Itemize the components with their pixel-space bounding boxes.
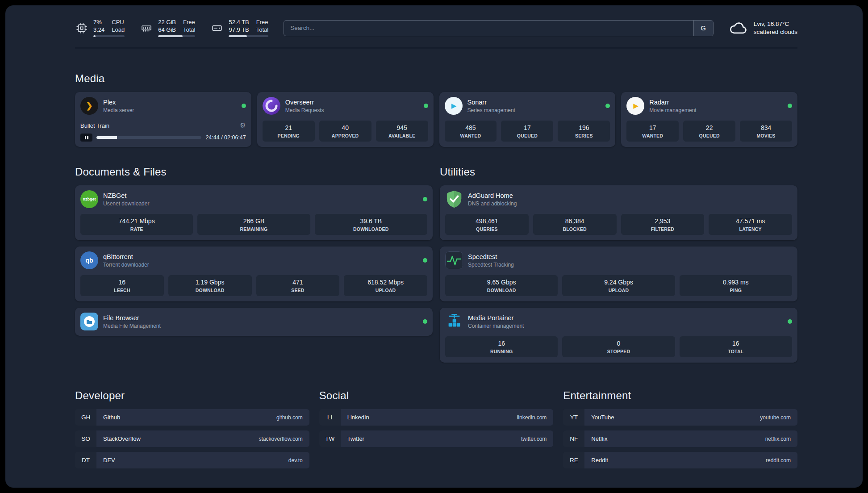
ram-total-label: Total <box>183 26 195 33</box>
status-dot <box>788 319 792 324</box>
bookmark-dev[interactable]: DT DEV dev.to <box>75 452 309 468</box>
bookmark-name: Reddit <box>591 457 608 464</box>
stat-value: 39.6 TB <box>317 217 426 225</box>
stat-box: 9.65 Gbps DOWNLOAD <box>445 275 558 296</box>
section-title-entertainment: Entertainment <box>563 389 797 402</box>
filebrowser-app-link[interactable]: File Browser Media File Management <box>80 313 427 330</box>
section-title-documents: Documents & Files <box>75 166 433 178</box>
nzbget-app-link[interactable]: nzbget NZBGet Usenet downloader <box>80 190 427 208</box>
bookmark-url: reddit.com <box>766 457 791 464</box>
stat-box: 86,384 BLOCKED <box>533 214 617 235</box>
ram-widget: 22 GiB Free 64 GiB Total <box>140 19 195 37</box>
app-card-radarr: ▶ Radarr Movie management 17 WANTED 22 <box>621 92 797 147</box>
stat-label: STOPPED <box>564 349 673 354</box>
stat-box: 196 SERIES <box>558 121 610 142</box>
bookmark-abbr: YT <box>563 409 584 426</box>
bookmark-reddit[interactable]: RE Reddit reddit.com <box>563 452 797 468</box>
stat-box: 16 RUNNING <box>445 336 558 357</box>
app-card-filebrowser: File Browser Media File Management <box>75 308 433 336</box>
bookmark-twitter[interactable]: TW Twitter twitter.com <box>319 430 554 447</box>
playback-time: 24:44 / 02:06:47 <box>205 134 246 141</box>
app-name: Media Portainer <box>468 314 783 322</box>
bookmark-abbr: NF <box>563 430 584 447</box>
radarr-glyph: ▶ <box>633 102 638 110</box>
stat-label: REMAINING <box>199 226 308 232</box>
pause-button[interactable] <box>80 134 92 142</box>
bookmark-netflix[interactable]: NF Netflix netflix.com <box>563 430 797 447</box>
adguard-app-link[interactable]: AdGuard Home DNS and adblocking <box>445 190 792 208</box>
stat-box: 1.19 Gbps DOWNLOAD <box>168 275 252 296</box>
plex-icon: ❯ <box>80 97 98 115</box>
stat-box: 17 QUEUED <box>501 121 553 142</box>
bookmark-linkedin[interactable]: LI LinkedIn linkedin.com <box>319 409 554 426</box>
ram-icon <box>140 21 153 35</box>
section-utilities: Utilities AdGuard Home DNS and adblockin… <box>440 166 797 363</box>
stat-value: 945 <box>378 124 426 131</box>
stat-value: 86,384 <box>535 217 615 225</box>
app-subtitle: Speedtest Tracking <box>468 262 792 268</box>
stat-label: MOVIES <box>742 133 790 138</box>
search-engine-button[interactable]: G <box>693 21 713 36</box>
bookmark-github[interactable]: GH Github github.com <box>75 409 309 426</box>
weather-location: Lviv, 16.87°C <box>754 20 797 28</box>
bookmark-abbr: SO <box>75 430 96 447</box>
bookmark-name: YouTube <box>591 414 614 421</box>
app-subtitle: Torrent downloader <box>103 262 418 268</box>
stat-box: 498,461 QUERIES <box>445 214 529 235</box>
disk-progress-bar <box>229 35 268 37</box>
stat-value: 196 <box>559 124 608 131</box>
playback-progress-bar[interactable] <box>96 136 201 139</box>
stat-value: 21 <box>264 124 313 131</box>
radarr-app-link[interactable]: ▶ Radarr Movie management <box>626 97 792 115</box>
status-dot <box>423 197 427 201</box>
stat-label: APPROVED <box>321 133 370 138</box>
search-input[interactable] <box>284 21 693 36</box>
bookmark-name: StackOverflow <box>103 435 141 442</box>
stat-value: 1.19 Gbps <box>170 279 250 286</box>
qbittorrent-app-link[interactable]: qb qBittorrent Torrent downloader <box>80 251 427 269</box>
disk-widget: 52.4 TB Free 97.9 TB Total <box>210 19 268 37</box>
cpu-icon <box>75 21 88 35</box>
plex-app-link[interactable]: ❯ Plex Media server <box>80 97 246 115</box>
filebrowser-icon <box>80 313 98 330</box>
stat-box: 17 WANTED <box>626 121 679 142</box>
stat-box: 0 STOPPED <box>562 336 675 357</box>
dashboard: 7% CPU 3.24 Load 22 GiB <box>5 5 863 488</box>
stat-label: DOWNLOAD <box>447 288 556 293</box>
bookmark-url: github.com <box>276 414 303 421</box>
stat-label: PING <box>681 288 790 293</box>
bookmark-name: Github <box>103 414 120 421</box>
stat-value: 0 <box>564 340 673 347</box>
gear-icon[interactable]: ⚙ <box>240 121 246 130</box>
bookmark-stackoverflow[interactable]: SO StackOverflow stackoverflow.com <box>75 430 309 447</box>
bookmark-abbr: TW <box>319 430 341 447</box>
portainer-app-link[interactable]: Media Portainer Container management <box>445 313 792 330</box>
app-subtitle: DNS and adblocking <box>468 201 792 207</box>
stat-value: 22 <box>685 124 734 131</box>
plex-glyph: ❯ <box>86 101 92 111</box>
overseerr-app-link[interactable]: Overseerr Media Requests <box>263 97 428 115</box>
sonarr-app-link[interactable]: ▶ Sonarr Series management <box>445 97 610 115</box>
stat-box: 618.52 Mbps UPLOAD <box>344 275 427 296</box>
app-name: AdGuard Home <box>468 192 792 199</box>
stat-value: 40 <box>321 124 370 131</box>
stat-box: 471 SEED <box>256 275 340 296</box>
stat-label: PENDING <box>264 133 313 138</box>
section-documents: Documents & Files nzbget NZBGet Usenet d… <box>75 166 433 363</box>
stat-value: 0.993 ms <box>681 279 790 286</box>
cpu-progress-fill <box>93 35 96 37</box>
app-name: NZBGet <box>103 192 418 199</box>
weather-widget[interactable]: Lviv, 16.87°C scattered clouds <box>729 20 797 36</box>
status-dot <box>424 104 428 108</box>
bookmark-url: stackoverflow.com <box>259 436 303 442</box>
stat-label: QUERIES <box>447 226 527 232</box>
topbar: 7% CPU 3.24 Load 22 GiB <box>75 19 797 37</box>
stat-label: WANTED <box>447 133 495 138</box>
adguard-icon <box>445 190 463 208</box>
speedtest-app-link[interactable]: Speedtest Speedtest Tracking <box>445 251 792 269</box>
ram-progress-fill <box>158 35 183 37</box>
speedtest-icon <box>445 251 463 269</box>
stat-value: 618.52 Mbps <box>346 279 426 286</box>
bookmark-youtube[interactable]: YT YouTube youtube.com <box>563 409 797 426</box>
status-dot <box>423 258 427 263</box>
